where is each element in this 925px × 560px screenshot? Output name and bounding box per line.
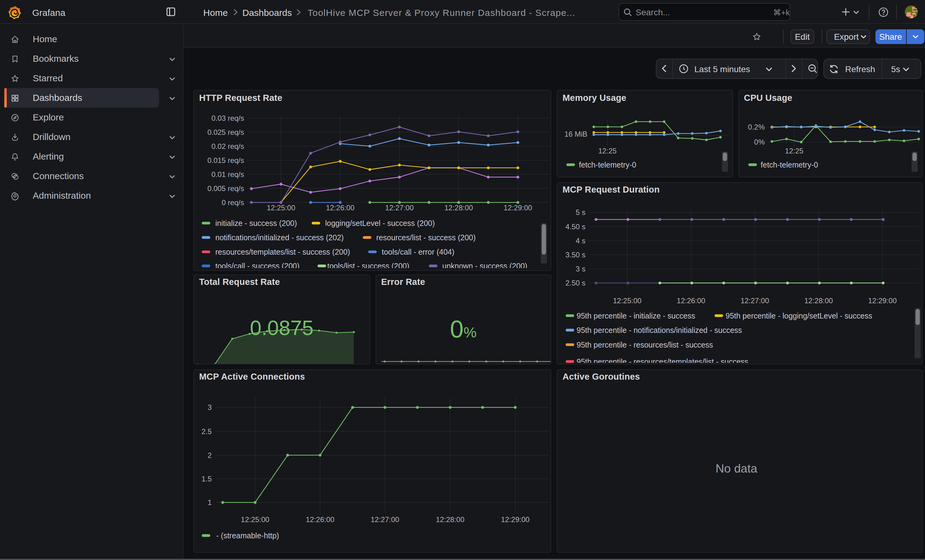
- svg-text:95th percentile - notification: 95th percentile - notifications/initiali…: [577, 326, 742, 334]
- svg-text:16 MiB: 16 MiB: [564, 130, 587, 138]
- svg-text:tools/call - success (200): tools/call - success (200): [215, 262, 300, 270]
- svg-text:fetch-telemetry-0: fetch-telemetry-0: [579, 161, 636, 169]
- svg-text:12:26:00: 12:26:00: [306, 515, 334, 523]
- svg-text:tools/list - success (200): tools/list - success (200): [327, 262, 409, 270]
- svg-text:3: 3: [208, 403, 212, 411]
- svg-text:12:28:00: 12:28:00: [436, 515, 464, 523]
- svg-text:2.5: 2.5: [202, 427, 212, 435]
- svg-text:0%: 0%: [754, 138, 764, 146]
- svg-text:3.50 s: 3.50 s: [566, 250, 586, 258]
- svg-text:12:29:00: 12:29:00: [868, 296, 896, 305]
- svg-text:initialize - success (200): initialize - success (200): [215, 219, 297, 227]
- svg-text:5 s: 5 s: [575, 208, 586, 216]
- svg-text:0.005 req/s: 0.005 req/s: [207, 184, 244, 192]
- svg-text:12:25:00: 12:25:00: [241, 515, 269, 523]
- svg-text:0.03 req/s: 0.03 req/s: [211, 114, 244, 122]
- svg-text:1.5: 1.5: [202, 474, 212, 483]
- svg-text:0 req/s: 0 req/s: [222, 198, 244, 207]
- svg-text:0.01 req/s: 0.01 req/s: [211, 170, 244, 179]
- svg-text:12:27:00: 12:27:00: [385, 204, 414, 212]
- svg-text:- (streamable-http): - (streamable-http): [216, 531, 279, 539]
- svg-text:4.50 s: 4.50 s: [566, 222, 586, 230]
- svg-text:12:27:00: 12:27:00: [741, 296, 769, 305]
- svg-text:95th percentile - initialize -: 95th percentile - initialize - success: [577, 311, 695, 320]
- svg-text:0.2%: 0.2%: [747, 123, 764, 131]
- svg-text:12:26:00: 12:26:00: [326, 204, 354, 212]
- svg-text:4 s: 4 s: [575, 236, 586, 245]
- svg-text:95th percentile - logging/setL: 95th percentile - logging/setLevel - suc…: [726, 311, 872, 320]
- svg-text:12:25: 12:25: [785, 147, 803, 155]
- svg-text:95th percentile - resources/li: 95th percentile - resources/list - succe…: [577, 340, 713, 349]
- svg-text:12:28:00: 12:28:00: [804, 296, 833, 305]
- svg-text:12:26:00: 12:26:00: [676, 296, 705, 305]
- svg-text:0.02 req/s: 0.02 req/s: [211, 142, 244, 150]
- svg-text:12:29:00: 12:29:00: [501, 515, 529, 523]
- svg-text:3 s: 3 s: [575, 264, 586, 273]
- svg-text:2: 2: [208, 451, 212, 459]
- svg-text:2.50 s: 2.50 s: [566, 278, 586, 287]
- svg-text:logging/setLevel - success (20: logging/setLevel - success (200): [325, 219, 435, 227]
- svg-text:fetch-telemetry-0: fetch-telemetry-0: [761, 161, 818, 169]
- svg-text:0.025 req/s: 0.025 req/s: [207, 128, 244, 136]
- svg-text:notifications/initialized - su: notifications/initialized - success (202…: [215, 233, 344, 242]
- svg-text:1: 1: [208, 498, 212, 506]
- svg-text:95th percentile - resources/te: 95th percentile - resources/templates/li…: [577, 357, 748, 364]
- svg-text:resources/list - success (200): resources/list - success (200): [376, 233, 476, 242]
- svg-text:resources/templates/list - suc: resources/templates/list - success (200): [215, 248, 350, 256]
- svg-text:12:25: 12:25: [598, 147, 617, 155]
- svg-text:0.015 req/s: 0.015 req/s: [207, 156, 244, 164]
- svg-text:12:25:00: 12:25:00: [613, 296, 642, 305]
- svg-text:12:27:00: 12:27:00: [371, 515, 399, 523]
- svg-text:tools/call - error (404): tools/call - error (404): [382, 248, 455, 256]
- svg-text:unknown - success (200): unknown - success (200): [442, 262, 527, 270]
- svg-text:12:28:00: 12:28:00: [444, 204, 473, 212]
- svg-text:12:29:00: 12:29:00: [503, 204, 532, 212]
- svg-text:12:25:00: 12:25:00: [267, 204, 295, 212]
